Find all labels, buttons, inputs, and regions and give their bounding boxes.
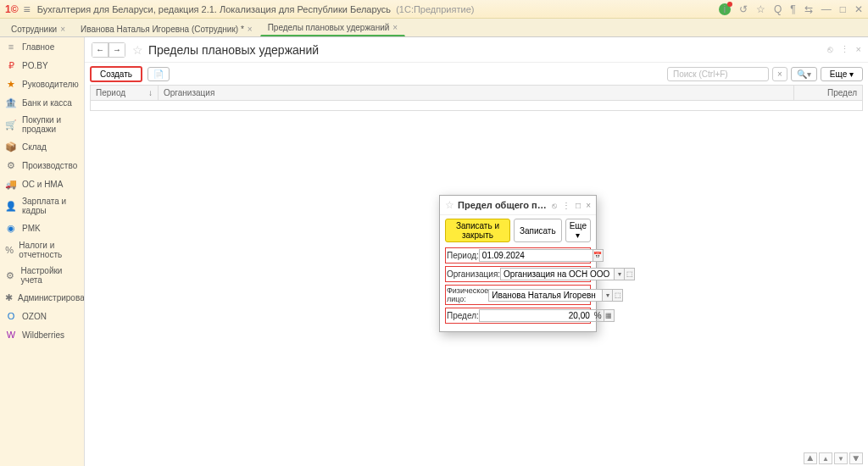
dialog-titlebar: ☆ Предел общего п… ⎋ ⋮ □ × [440, 196, 596, 215]
notification-icon[interactable]: i [719, 3, 731, 15]
toolbar: Создать 📄 Поиск (Ctrl+F) × 🔍▾ Еще ▾ [85, 63, 868, 85]
dialog-title: Предел общего п… [458, 200, 552, 210]
restore-icon[interactable]: □ [576, 201, 581, 210]
close-icon[interactable]: × [392, 23, 398, 32]
scroll-bottom-icon[interactable]: ⯆ [849, 452, 863, 464]
sidebar-icon: ◉ [5, 222, 17, 234]
scroll-up-icon[interactable]: ▲ [819, 452, 832, 464]
sidebar-item[interactable]: ⚙Производство [0, 156, 84, 175]
copy-button[interactable]: 📄 [147, 67, 170, 81]
star-icon[interactable]: ☆ [445, 199, 454, 211]
sidebar-icon: W [5, 329, 17, 341]
more-button[interactable]: Еще ▾ [821, 67, 863, 81]
content-area: ← → ☆ Пределы плановых удержаний ⎋ ⋮ × С… [85, 37, 868, 466]
close-icon[interactable]: × [586, 201, 591, 210]
forward-button[interactable]: → [108, 42, 125, 58]
star-icon[interactable]: ☆ [132, 43, 143, 57]
chevron-down-icon[interactable]: ▾ [602, 290, 612, 301]
org-input[interactable] [501, 269, 614, 280]
maximize-icon[interactable]: □ [840, 3, 846, 15]
sidebar-icon: 🛒 [5, 119, 17, 130]
search-input[interactable]: Поиск (Ctrl+F) [667, 67, 769, 81]
sidebar-icon: 🚚 [5, 178, 17, 190]
sidebar-label: Зарплата и кадры [22, 197, 79, 215]
create-button[interactable]: Создать [90, 66, 142, 82]
settings-icon[interactable]: ⇆ [804, 3, 813, 15]
chevron-down-icon[interactable]: ▾ [614, 269, 624, 280]
sidebar-item[interactable]: OOZON [0, 307, 84, 325]
sidebar-item[interactable]: 🛒Покупки и продажи [0, 112, 84, 137]
scroll-top-icon[interactable]: ⯅ [804, 452, 817, 464]
clear-search-icon[interactable]: × [772, 67, 787, 81]
table-header: Период↓ Организация Предел [90, 85, 863, 101]
sidebar-label: PMK [22, 224, 41, 233]
close-page-icon[interactable]: × [856, 44, 861, 55]
sidebar-icon: ✱ [5, 291, 13, 303]
close-icon[interactable]: × [60, 25, 65, 34]
close-icon[interactable]: × [248, 25, 253, 34]
sidebar-label: OZON [22, 312, 47, 321]
link-icon[interactable]: ⎋ [827, 44, 833, 55]
open-icon[interactable]: ⬚ [612, 290, 622, 301]
sidebar-icon: 📦 [5, 141, 17, 153]
sidebar-item[interactable]: 🚚ОС и НМА [0, 175, 84, 193]
col-limit[interactable]: Предел [794, 86, 862, 100]
close-icon[interactable]: ✕ [854, 3, 863, 15]
sidebar-item[interactable]: ★Руководителю [0, 75, 84, 93]
sidebar-item[interactable]: ₽PO.BY [0, 56, 84, 75]
sidebar-item[interactable]: ⚙Настройки учета [0, 263, 84, 288]
titlebar-controls: i ↺ ☆ Q ¶ ⇆ — □ ✕ [719, 3, 863, 15]
scroll-down-icon[interactable]: ▼ [834, 452, 848, 464]
sidebar-label: Банк и касса [22, 98, 72, 108]
sidebar-icon: ★ [5, 78, 17, 90]
menu-icon[interactable]: ⋮ [562, 201, 570, 210]
favorite-icon[interactable]: ☆ [756, 3, 765, 15]
calc-icon[interactable]: ▦ [604, 310, 614, 321]
open-icon[interactable]: ⬚ [624, 269, 634, 280]
field-period: Период: 📅 [445, 247, 591, 264]
minimize-icon[interactable]: — [821, 3, 832, 15]
period-input[interactable] [480, 250, 593, 261]
dialog-toolbar: Записать и закрыть Записать Еще ▾ [440, 215, 596, 246]
sidebar-item[interactable]: 🏦Банк и касса [0, 93, 84, 112]
save-button[interactable]: Записать [514, 219, 562, 242]
sidebar-label: Покупки и продажи [22, 115, 79, 134]
col-org[interactable]: Организация [159, 86, 794, 100]
page-title: Пределы плановых удержаний [148, 43, 319, 57]
dialog-more-button[interactable]: Еще ▾ [565, 219, 591, 242]
sidebar-icon: 👤 [5, 200, 17, 212]
menu-icon[interactable]: ⋮ [840, 44, 849, 55]
sidebar-label: Производство [22, 161, 77, 170]
hamburger-icon[interactable]: ≡ [24, 3, 31, 16]
sidebar-item[interactable]: ✱Администрирование [0, 288, 84, 307]
sidebar-item[interactable]: ≡Главное [0, 37, 84, 56]
tab-employee-card[interactable]: Иванова Наталья Игоревна (Сотрудник) *× [73, 21, 260, 36]
link-icon[interactable]: ⎋ [552, 201, 557, 210]
save-close-button[interactable]: Записать и закрыть [445, 219, 510, 242]
sidebar-item[interactable]: 📦Склад [0, 137, 84, 156]
sidebar-item[interactable]: WWildberries [0, 325, 84, 344]
search-icon[interactable]: Q [774, 3, 782, 15]
calendar-icon[interactable]: 📅 [593, 250, 603, 261]
sidebar-icon: ₽ [5, 59, 17, 71]
sidebar-label: Wildberries [22, 330, 64, 340]
sidebar-label: PO.BY [22, 61, 48, 70]
tab-limits[interactable]: Пределы плановых удержаний× [260, 19, 406, 36]
limit-input[interactable] [480, 310, 593, 321]
sidebar-icon: % [5, 244, 14, 256]
sidebar-item[interactable]: %Налоги и отчетность [0, 237, 84, 263]
bell-icon[interactable]: ¶ [790, 3, 795, 15]
search-button[interactable]: 🔍▾ [791, 67, 817, 81]
field-person: Физическое лицо: ▾ ⬚ [445, 285, 591, 305]
col-period[interactable]: Период↓ [91, 86, 159, 100]
tab-employees[interactable]: Сотрудники× [3, 21, 73, 36]
back-button[interactable]: ← [92, 42, 108, 58]
person-input[interactable] [489, 290, 602, 301]
sidebar-label: Налоги и отчетность [19, 241, 79, 259]
history-icon[interactable]: ↺ [739, 3, 748, 15]
field-limit: Предел: % ▦ [445, 308, 591, 324]
sidebar-label: Администрирование [18, 293, 85, 302]
sidebar-item[interactable]: 👤Зарплата и кадры [0, 193, 84, 219]
sidebar-icon: ⚙ [5, 269, 15, 281]
sidebar-item[interactable]: ◉PMK [0, 219, 84, 237]
